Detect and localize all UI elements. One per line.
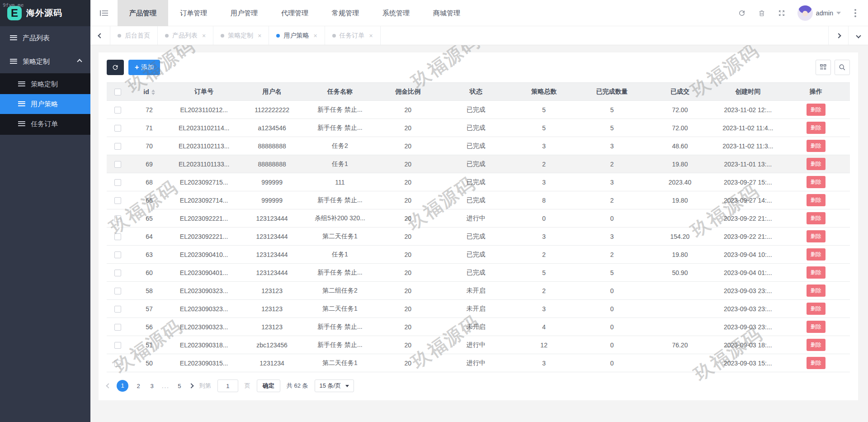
prev-page-button[interactable] [106, 383, 111, 388]
row-checkbox[interactable] [114, 288, 121, 294]
row-checkbox[interactable] [114, 306, 121, 313]
menu-mall[interactable]: 商城管理 [421, 0, 472, 26]
trash-icon[interactable] [758, 9, 766, 17]
delete-button[interactable]: 删除 [807, 104, 826, 116]
table-row: 68 EL2023092715... 999999 111 20 已完成 3 3… [107, 173, 850, 191]
user-menu[interactable]: admin [797, 5, 841, 21]
delete-button[interactable]: 删除 [807, 140, 826, 152]
cell-order-no: EL2023110212... [170, 101, 238, 119]
cell-created: 2023-11-02 11:3... [714, 137, 782, 155]
search-button[interactable] [835, 60, 850, 75]
tab-product-list[interactable]: 产品列表 × [158, 26, 213, 45]
page-size-select[interactable]: 15 条/页 [315, 379, 354, 392]
tab-dot [221, 34, 224, 38]
row-checkbox[interactable] [114, 342, 121, 349]
delete-button[interactable]: 删除 [807, 158, 826, 170]
menu-agent[interactable]: 代理管理 [269, 0, 320, 26]
row-checkbox-cell [107, 264, 128, 282]
sidebar-collapse-button[interactable] [90, 0, 118, 26]
delete-button[interactable]: 删除 [807, 284, 826, 297]
tab-strategy-custom[interactable]: 策略定制 × [213, 26, 269, 45]
delete-button[interactable]: 删除 [807, 303, 826, 315]
row-checkbox[interactable] [114, 233, 121, 240]
page-2-button[interactable]: 2 [135, 383, 142, 389]
row-checkbox[interactable] [114, 251, 121, 258]
row-checkbox-cell [107, 119, 128, 137]
cell-username: 123123444 [238, 228, 306, 246]
menu-product[interactable]: 产品管理 [118, 0, 168, 26]
menu-user[interactable]: 用户管理 [219, 0, 269, 26]
confirm-page-button[interactable]: 确定 [257, 379, 280, 392]
refresh-icon [112, 64, 119, 71]
delete-button[interactable]: 删除 [807, 321, 826, 333]
page-5-button[interactable]: 5 [176, 383, 183, 389]
delete-button[interactable]: 删除 [807, 357, 826, 369]
cell-strategy-total: 2 [510, 155, 578, 173]
tabs-menu-button[interactable] [848, 26, 868, 45]
sort-icon[interactable] [151, 90, 155, 95]
cell-task-name: 新手任务 禁止... [306, 264, 374, 282]
row-checkbox[interactable] [114, 360, 121, 367]
delete-button[interactable]: 删除 [807, 248, 826, 261]
sidebar-item-strategy[interactable]: 策略定制 [0, 50, 90, 73]
delete-button[interactable]: 删除 [807, 212, 826, 224]
delete-button[interactable]: 删除 [807, 194, 826, 206]
tab-user-strategy[interactable]: 用户策略 × [269, 26, 325, 45]
tab-task-order[interactable]: 任务订单 × [325, 26, 381, 45]
tabs-scroll-left[interactable] [90, 26, 110, 45]
row-checkbox[interactable] [114, 143, 121, 150]
menu-order[interactable]: 订单管理 [168, 0, 219, 26]
sidebar-subitem-user-strategy[interactable]: 用户策略 [0, 94, 90, 114]
sidebar-subitem-strategy-custom[interactable]: 策略定制 [0, 74, 90, 94]
row-checkbox[interactable] [114, 270, 121, 276]
row-checkbox[interactable] [114, 179, 121, 186]
cell-task-name: 任务2 [306, 137, 374, 155]
row-checkbox[interactable] [114, 125, 121, 132]
next-page-button[interactable] [189, 383, 193, 388]
close-icon[interactable]: × [313, 32, 317, 39]
cell-actions: 删除 [782, 354, 850, 372]
tabs-scroll-right[interactable] [828, 26, 848, 45]
header-id[interactable]: id [128, 83, 170, 101]
row-checkbox[interactable] [114, 324, 121, 331]
cell-commission: 20 [374, 354, 442, 372]
cell-username: 123123 [238, 318, 306, 336]
menu-system[interactable]: 系统管理 [371, 0, 421, 26]
close-icon[interactable]: × [202, 32, 206, 39]
sidebar-subitem-task-order[interactable]: 任务订单 [0, 114, 90, 134]
tab-home[interactable]: 后台首页 [110, 26, 158, 45]
close-icon[interactable]: × [258, 32, 261, 39]
more-options-icon[interactable] [853, 7, 858, 19]
select-all-checkbox[interactable] [114, 89, 121, 95]
collapse-menu-icon [100, 9, 108, 17]
delete-button[interactable]: 删除 [807, 176, 826, 188]
row-checkbox-cell [107, 318, 128, 336]
cell-id: 50 [128, 354, 170, 372]
delete-button[interactable]: 删除 [807, 122, 826, 134]
delete-button[interactable]: 删除 [807, 230, 826, 242]
refresh-icon[interactable] [738, 9, 746, 17]
menu-general[interactable]: 常规管理 [320, 0, 371, 26]
cell-strategy-total: 4 [510, 318, 578, 336]
row-checkbox[interactable] [114, 197, 121, 204]
close-icon[interactable]: × [369, 32, 373, 39]
fullscreen-icon[interactable] [778, 9, 786, 17]
row-checkbox[interactable] [114, 215, 121, 222]
sidebar-item-product-list[interactable]: 产品列表 [0, 26, 90, 50]
column-settings-button[interactable] [816, 60, 831, 75]
cell-username: a1234546 [238, 119, 306, 137]
delete-button[interactable]: 删除 [807, 266, 826, 279]
cell-strategy-total: 0 [510, 209, 578, 228]
page-1-button[interactable]: 1 [117, 380, 128, 392]
add-button[interactable]: + 添加 [128, 60, 160, 75]
row-checkbox-cell [107, 191, 128, 209]
page-3-button[interactable]: 3 [148, 383, 156, 389]
cell-task-name: 新手任务 禁止... [306, 318, 374, 336]
row-checkbox[interactable] [114, 107, 121, 114]
delete-button[interactable]: 删除 [807, 339, 826, 351]
header-status: 状态 [442, 83, 510, 101]
cell-commission: 20 [374, 155, 442, 173]
goto-page-input[interactable] [217, 379, 238, 392]
row-checkbox[interactable] [114, 161, 121, 168]
refresh-table-button[interactable] [107, 60, 124, 75]
